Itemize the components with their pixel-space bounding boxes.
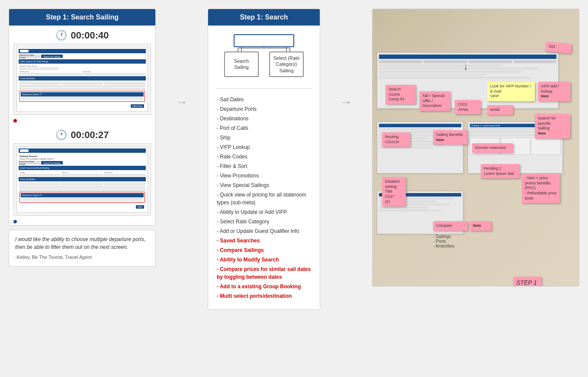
sticky-compare: Compare [433, 221, 468, 231]
middle-divider [217, 88, 311, 89]
timer-section-1: 🕐 00:00:40 [9, 26, 155, 44]
flow-node-select-label: Select (Rate Category) Sailing [273, 55, 300, 74]
sticky-text-top: 503 [549, 44, 556, 49]
arrow-2-container: → [333, 95, 359, 109]
sticky-top-right: 503 [545, 42, 572, 53]
mockup-tab-3: Search by Date Range [19, 161, 40, 164]
sticky-c015: C015Arriva [455, 100, 481, 114]
mockup-section-title-4: Guest Qualifiers [19, 177, 146, 181]
sticky-text-10: Domain restriction [475, 145, 507, 150]
flow-node-search-label: Search Sailing [228, 58, 255, 71]
quote-attribution: -Kelley, Be The Tourist, Travel Agent [15, 254, 149, 261]
sticky-step1: STEP 1 [513, 277, 541, 287]
arrow-1-icon: → [176, 95, 188, 109]
middle-panel: Step 1: Search Search Sailing Select (Ra… [208, 9, 320, 310]
sticky-vifp-lookup: Look for VIFP Number / E-mailVIFP [487, 82, 535, 101]
timer-value-1: 00:00:40 [71, 30, 109, 41]
quote-text: I would like the ability to choose multi… [15, 236, 146, 250]
feature-item-2: - Destinations [217, 114, 311, 123]
sticky-tab-special: Tab / SpecialOffer /Description [419, 91, 450, 111]
sticky-text-13: - N&A + pricepromo benefits(PPC)- Refund… [525, 176, 557, 200]
timer-value-2: 00:00:27 [71, 129, 109, 141]
sticky-text-14: Compare [436, 223, 452, 228]
sticky-text-3: C015Arriva [458, 102, 468, 112]
sticky-text-8: RoutingCOACH [385, 135, 399, 144]
flow-diagram: Search Sailing Select (Rate Category) Sa… [208, 26, 320, 84]
right-panel: Heading 2 - Lorem Ipsum Sail ↓ Search Co… [372, 9, 579, 287]
flow-node-select: Select (Rate Category) Sailing [269, 52, 304, 77]
feature-item-5: - VIFP Lookup [217, 142, 311, 152]
arrow-2-icon: → [340, 95, 352, 109]
timer-section-2: 🕐 00:00:27 [9, 125, 155, 143]
sticky-vifp-new: VIFP add / lookupNew [538, 82, 570, 101]
feature-item-14: - Saved Searches [217, 236, 311, 245]
mockup-stateroom-title-2: Stateroom Search ® [21, 193, 144, 197]
feature-item-17: - Compare prices for similar sail dates … [217, 264, 311, 282]
sticky-text-1: Search CourtsComp #3 [389, 87, 405, 101]
sticky-heading2: Pending 2Lorem Ipsum Sail [481, 164, 520, 178]
feature-item-18: - Add to a existing Group Booking [217, 282, 311, 291]
feature-item-9: - View Special Sailings [217, 180, 311, 190]
sticky-domain: Domain restriction [472, 143, 513, 153]
sticky-text-15: New [473, 223, 481, 228]
mockup-stateroom-title: Stateroom Search ® [21, 92, 144, 97]
feature-item-3: - Port of Calls [217, 123, 311, 133]
feature-item-11: - Ability to Update or Add VIFP [217, 207, 311, 217]
down-arrow-annotation: ↓ [463, 61, 468, 72]
photo-canvas: Heading 2 - Lorem Ipsum Sail ↓ Search Co… [373, 9, 579, 286]
feature-item-16: - Ability to Modify Search [217, 255, 311, 264]
mockup-section-title-2: Guest Qualifiers [19, 76, 146, 81]
mockup-section-title-3: Quick Search by Month/Sailing [19, 166, 146, 170]
compare-details: - Sailings- Ports- Amenities [433, 234, 454, 248]
sticky-text-11: Detailed setting TitleC017(#) [385, 179, 399, 204]
sticky-text-4: Look for VIFP Number / E-mailVIFP [490, 84, 531, 98]
sticky-text-2: Tab / SpecialOffer /Description [422, 93, 445, 108]
sticky-email: email [487, 105, 513, 115]
mockup-tab-4: Search by Sailing [41, 161, 63, 164]
sticky-text-12: Pending 2Lorem Ipsum Sail [484, 166, 514, 176]
mockup-section-title-1: Quick Search for Date Range [19, 59, 146, 64]
mockup-tab-2: Search by Sailing [41, 55, 63, 58]
mockup-filter-btn: Filter/View [131, 104, 144, 108]
feature-item-8: - View Promotions [217, 171, 311, 180]
quote-box: I would like the ability to choose multi… [9, 230, 156, 267]
feature-item-15: - Compare Sailings [217, 245, 311, 255]
sticky-search-specific: Search for specificSailingNew [535, 114, 570, 139]
sticky-text-5: VIFP add / lookupNew [541, 84, 559, 98]
flow-connector-svg [221, 45, 307, 52]
paper-doc-2 [377, 122, 463, 174]
feature-list: - Sail Dates- Departure Ports- Destinati… [208, 95, 320, 301]
arrow-1-container: → [169, 95, 195, 109]
sticky-text-9: Sailing BenefitsNew [436, 132, 463, 142]
timer-icon-2: 🕐 [55, 129, 67, 141]
sticky-text-6: email [490, 107, 500, 112]
flow-node-search: Search Sailing [224, 52, 259, 77]
feature-item-6: - Rate Codes [217, 152, 311, 161]
sticky-price-benefits: - N&A + pricepromo benefits(PPC)- Refund… [522, 174, 560, 203]
feature-item-12: - Select Rate Category [217, 217, 311, 226]
left-panel: Step 1: Search Sailing 🕐 00:00:40 Search… [9, 9, 156, 271]
feature-item-19: - Multi select ports/destination [217, 291, 311, 301]
sticky-text-7: Search for specificSailingNew [538, 116, 556, 135]
feature-item-7: - Filter & Sort [217, 161, 311, 171]
screen-mockup-1: Search by Date Range Search by Sailing Q… [13, 44, 151, 115]
feature-item-13: - Add or Update Guest Qualifier Info [217, 226, 311, 236]
mockup-tab-1: Search by Date Range [19, 55, 40, 58]
sticky-text-step1: STEP 1 [516, 279, 537, 286]
sticky-c017: Detailed setting TitleC017(#) [382, 177, 406, 206]
sticky-search-courts: Search CourtsComp #3 [386, 85, 416, 104]
screen-mockup-2: Sailing Search Search for available sail… [13, 143, 151, 216]
timer-icon-1: 🕐 [55, 30, 67, 41]
feature-item-0: - Sail Dates [217, 95, 311, 104]
feature-item-1: - Departure Ports [217, 104, 311, 114]
middle-card: Step 1: Search Search Sailing Select (Ra… [208, 9, 320, 310]
middle-header: Step 1: Search [208, 9, 320, 26]
feature-item-10: - Quick view of pricing for all stateroo… [217, 190, 311, 207]
sticky-compare-new: New [470, 221, 492, 231]
sticky-sailing-benefits: Sailing BenefitsNew [433, 130, 468, 145]
feature-item-4: - Ship [217, 133, 311, 142]
sticky-routing-coach: RoutingCOACH [382, 132, 410, 147]
left-card-1: Step 1: Search Sailing 🕐 00:00:40 Search… [9, 9, 156, 226]
mockup-filter-btn-2: Filter [136, 205, 144, 209]
left-card-header-1: Step 1: Search Sailing [9, 9, 155, 26]
